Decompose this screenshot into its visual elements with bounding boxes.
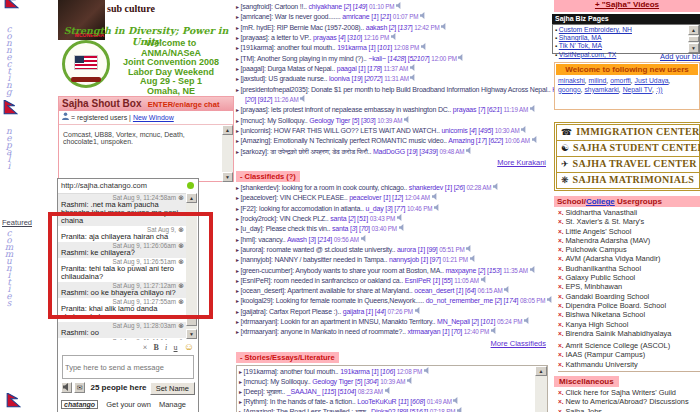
featured-link[interactable]: Featured [2,218,32,227]
school-usergroup-item[interactable]: Little Angels' School [558,227,700,236]
replier-link[interactable]: ocean_desert [414,287,454,294]
replier-link[interactable]: peacelover [349,194,381,201]
replier-link[interactable]: gaijatra [343,308,364,315]
immigration-center-link[interactable]: ☎IMMIGRATION CENTER [556,124,700,141]
matrimonials-link[interactable]: ❋SAJHA MATRIMONIALS [556,172,700,189]
replier-link[interactable]: unicornis [441,127,467,134]
replier-link[interactable]: ~kali~ [368,55,385,62]
school-usergroup-item[interactable]: Siddhartha Vanasthali [558,208,700,217]
biz-page-link[interactable]: VisitNepal.com, TX [559,51,617,58]
new-user-link[interactable]: milind [589,77,607,84]
biz-page-link[interactable]: Custom Embroidery, NH [559,26,632,33]
replier-link[interactable]: Dipka02 [371,408,395,412]
school-usergroup-item[interactable]: EPS, Minbhawan [558,282,700,291]
college-usergroup-item[interactable]: IAAS (Rampur Campus) [558,350,700,359]
close-icon[interactable]: ⊗ [178,322,184,329]
replier-link[interactable]: Geology Tiger [312,378,353,385]
add-your-biz-link[interactable]: Add your biz [660,52,700,61]
school-usergroup-item[interactable]: AVM (Adarsha Vidya Mandir) [558,254,700,263]
school-usergroup-item[interactable]: Kanya High School [558,320,700,329]
set-name-button[interactable]: Set Name [150,382,195,395]
scroll-up-button[interactable]: ▲ [222,125,233,135]
replier-link[interactable]: santa [332,225,348,232]
new-user-link[interactable]: :)) [656,86,662,93]
replier-link[interactable]: EsnIPeR [405,277,431,284]
more-classifieds-link[interactable]: More Classifieds [238,339,546,348]
school-usergroup-item[interactable]: Birendra Sainik Mahabidhyalaya [558,329,700,338]
close-icon[interactable]: ⊗ [178,242,184,249]
school-usergroup-item[interactable]: Gandaki Boarding School [558,292,700,301]
replier-link[interactable]: santa [330,215,346,222]
replier-link[interactable]: nannysjob [389,256,419,263]
school-usergroup-item[interactable]: Budhanilkantha School [558,264,700,273]
school-usergroup-item[interactable]: Dipendra Police Board. School [558,301,700,310]
new-user-link[interactable]: minakshi [558,77,585,84]
close-icon[interactable]: ⊗ [178,194,184,201]
scroll-up-button[interactable]: ▲ [535,366,547,376]
scroll-down-button[interactable]: ▼ [222,172,233,182]
chat-scrollbar[interactable]: ▲ ▼ [186,193,197,339]
replier-link[interactable]: aurora [397,246,416,253]
miscellaneous-item[interactable]: Click here for Sajha Writers' Guild [558,388,700,397]
replier-link[interactable]: LooTeKuKuR [357,398,396,405]
close-icon[interactable]: ⊗ [178,298,184,305]
replier-link[interactable]: looniva [329,75,350,82]
travel-center-link[interactable]: ✈SAJHA TRAVEL CENTER [556,156,700,173]
chatango-logo[interactable]: chatango [61,400,98,409]
scroll-up-button[interactable]: ▲ [688,25,699,35]
sajha-videos-link[interactable]: + "Sajha" Videos [595,0,659,9]
replier-link[interactable]: Geology Tiger [309,117,350,124]
new-user-link[interactable]: shyamkarki [584,86,618,93]
get-your-own-link[interactable]: Get your own [106,400,151,409]
underline-button[interactable]: u [174,343,178,352]
replier-link[interactable]: shankerdev [409,184,443,191]
biz-page-link[interactable]: Shangrila, MA [559,34,602,41]
bold-button[interactable]: B [154,343,159,352]
stories-scrollbar[interactable]: ▲ [535,366,547,412]
replier-link[interactable]: MN_Nepali [437,318,470,325]
replier-link[interactable]: do_not_remember_me [426,297,493,304]
miscellaneous-item[interactable]: Sajha Jobs [558,407,700,412]
manage-link[interactable]: Manage [159,400,186,409]
new-user-link[interactable]: goongo [558,86,581,93]
remove-format-button[interactable]: × [143,343,148,352]
new-window-link[interactable]: New Window [133,114,174,121]
school-usergroup-item[interactable]: Bishwa Niketana School [558,310,700,319]
replier-link[interactable]: u_day [365,205,383,212]
replier-link[interactable]: _SAAJAN_ [287,388,320,395]
enter-enlarge-chat-link[interactable]: ENTER/enlarge chat [148,100,220,109]
scroll-down-button[interactable]: ▼ [186,329,197,339]
replier-link[interactable]: aakash [366,24,387,31]
replier-link[interactable]: amricane [342,13,369,20]
biz-page-link[interactable]: Tik N' Tok, MA [559,42,602,49]
replier-link[interactable]: Amazing [448,137,474,144]
miscellaneous-item[interactable]: New to America/Abroad? Discussions [558,397,700,406]
close-icon[interactable]: ⊗ [178,258,184,265]
envelope-icon[interactable]: ✉ [74,382,85,393]
replier-link[interactable]: Awash [287,236,307,243]
shoutbox-scrollbar[interactable]: ▲ ▼ [222,125,233,182]
replier-link[interactable]: MadDoGG [373,148,405,155]
close-icon[interactable]: ⊗ [178,226,184,233]
college-usergroup-item[interactable]: Amrit Science College (ASCOL) [558,341,700,350]
replier-link[interactable]: xtrmaaryan [407,328,440,335]
biz-scrollbar[interactable]: ▲ ▼ [688,25,699,53]
college-usergroup-item[interactable]: Kathmandu University [558,360,700,369]
replier-link[interactable]: prayaas [313,34,337,41]
replier-link[interactable]: 191karma [337,44,367,51]
replier-link[interactable]: chiyakhane [309,3,342,10]
replier-link[interactable]: prayaas [453,106,477,113]
college-link[interactable]: College [586,197,615,206]
replier-link[interactable]: 191karma [340,368,370,375]
new-user-link[interactable]: Nepali TV [623,86,653,93]
scroll-up-button[interactable]: ▲ [186,193,197,203]
scroll-thumb[interactable] [186,316,197,326]
italic-button[interactable]: i [165,343,167,352]
replier-link[interactable]: paagal [337,65,357,72]
school-usergroup-item[interactable]: Mahendra Adarsha (MAV) [558,236,700,245]
school-usergroup-item[interactable]: Pulchowk Campus [558,245,700,254]
close-icon[interactable]: ⊗ [178,282,184,289]
speaker-icon[interactable] [61,382,72,393]
student-center-link[interactable]: ☯SAJHA STUDENT CENTER [556,140,700,157]
new-user-link[interactable]: Just Udaya [635,77,669,84]
